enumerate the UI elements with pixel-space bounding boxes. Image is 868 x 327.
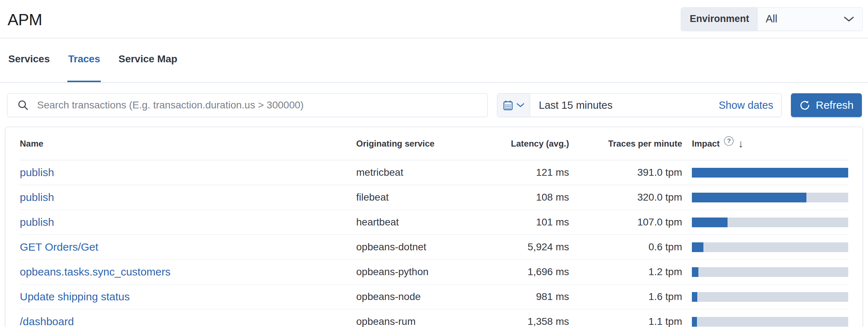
time-range-picker: Last 15 minutes Show dates — [497, 93, 782, 117]
latency-cell: 981 ms — [461, 291, 569, 303]
column-header-impact[interactable]: Impact ? ↓ — [682, 138, 848, 149]
impact-bar-fill — [692, 267, 698, 277]
tpm-cell: 320.0 tpm — [569, 192, 682, 203]
transaction-link[interactable]: opbeans.tasks.sync_customers — [20, 266, 171, 278]
table-row: publish filebeat 108 ms 320.0 tpm — [20, 185, 848, 210]
impact-cell — [682, 168, 848, 178]
chevron-down-icon — [844, 16, 854, 22]
originating-service-cell: filebeat — [356, 192, 461, 203]
sort-desc-icon: ↓ — [738, 138, 743, 149]
latency-cell: 5,924 ms — [461, 241, 569, 253]
impact-bar-track — [692, 242, 848, 252]
originating-service-cell: opbeans-rum — [356, 316, 461, 327]
transaction-link[interactable]: GET Orders/Get — [20, 241, 98, 253]
tpm-cell: 1.2 tpm — [569, 266, 682, 278]
quick-select-button[interactable] — [497, 94, 530, 117]
column-header-traces-per-minute: Traces per minute — [569, 139, 682, 149]
search-icon — [17, 99, 29, 111]
page-header: APM Environment All — [0, 0, 868, 39]
tab-services[interactable]: Services — [8, 51, 50, 82]
impact-bar-fill — [692, 317, 697, 327]
tab-service-map[interactable]: Service Map — [118, 51, 178, 82]
originating-service-cell: heartbeat — [356, 216, 461, 228]
impact-bar-fill — [692, 292, 697, 302]
table-row: opbeans.tasks.sync_customers opbeans-pyt… — [20, 260, 848, 285]
table-row: /dashboard opbeans-rum 1,358 ms 1.1 tpm — [20, 309, 848, 327]
tpm-cell: 0.6 tpm — [569, 241, 682, 253]
impact-cell — [682, 218, 848, 227]
refresh-icon — [799, 100, 810, 111]
table-row: GET Orders/Get opbeans-dotnet 5,924 ms 0… — [20, 235, 848, 260]
controls-row: Last 15 minutes Show dates Refresh — [7, 93, 862, 117]
impact-bar-track — [692, 218, 848, 227]
impact-bar-track — [692, 317, 848, 327]
tpm-cell: 1.6 tpm — [569, 291, 682, 303]
tpm-cell: 1.1 tpm — [569, 316, 682, 327]
table-row: publish metricbeat 121 ms 391.0 tpm — [20, 160, 848, 185]
latency-cell: 121 ms — [461, 167, 569, 178]
impact-header-label: Impact — [692, 139, 720, 149]
table-header: Name Originating service Latency (avg.) … — [20, 127, 848, 160]
impact-cell — [682, 292, 848, 302]
latency-cell: 101 ms — [461, 216, 569, 228]
impact-bar-fill — [692, 242, 703, 252]
refresh-button[interactable]: Refresh — [791, 93, 862, 117]
transaction-link[interactable]: Update shipping status — [20, 291, 130, 303]
impact-bar-fill — [692, 193, 806, 202]
originating-service-cell: opbeans-python — [356, 266, 461, 278]
environment-select-label: Environment — [681, 8, 758, 31]
transaction-link[interactable]: publish — [20, 191, 54, 203]
transaction-link[interactable]: publish — [20, 216, 54, 228]
impact-bar-fill — [692, 218, 728, 227]
traces-panel: Name Originating service Latency (avg.) … — [5, 127, 863, 327]
transaction-link[interactable]: publish — [20, 166, 54, 178]
latency-cell: 1,358 ms — [461, 316, 569, 327]
impact-cell — [682, 193, 848, 202]
refresh-button-label: Refresh — [816, 99, 854, 111]
impact-cell — [682, 242, 848, 252]
tpm-cell: 107.0 tpm — [569, 216, 682, 228]
latency-cell: 1,696 ms — [461, 266, 569, 278]
impact-cell — [682, 317, 848, 327]
transaction-link[interactable]: /dashboard — [20, 315, 74, 327]
originating-service-cell: metricbeat — [356, 167, 461, 178]
impact-bar-track — [692, 168, 848, 178]
page-title: APM — [8, 9, 42, 29]
originating-service-cell: opbeans-dotnet — [356, 241, 461, 253]
column-header-name: Name — [20, 139, 356, 149]
tab-traces[interactable]: Traces — [67, 51, 101, 82]
environment-select[interactable]: Environment All — [681, 7, 863, 31]
column-header-originating-service: Originating service — [356, 139, 461, 149]
latency-cell: 108 ms — [461, 192, 569, 203]
originating-service-cell: opbeans-node — [356, 291, 461, 303]
table-row: Update shipping status opbeans-node 981 … — [20, 285, 848, 309]
impact-bar-track — [692, 193, 848, 202]
impact-help-icon[interactable]: ? — [724, 136, 734, 146]
impact-cell — [682, 267, 848, 277]
time-range-value[interactable]: Last 15 minutes — [530, 94, 711, 117]
calendar-icon — [503, 100, 513, 111]
column-header-latency: Latency (avg.) — [461, 139, 569, 149]
search-input[interactable] — [7, 93, 488, 117]
impact-bar-track — [692, 292, 848, 302]
show-dates-link[interactable]: Show dates — [711, 94, 781, 117]
impact-bar-track — [692, 267, 848, 277]
table-row: publish heartbeat 101 ms 107.0 tpm — [20, 210, 848, 235]
environment-select-value: All — [766, 13, 777, 25]
chevron-down-icon — [516, 103, 524, 108]
apm-tabs: Services Traces Service Map — [0, 39, 868, 83]
tpm-cell: 391.0 tpm — [569, 167, 682, 178]
table-body: publish metricbeat 121 ms 391.0 tpm publ… — [20, 160, 848, 327]
impact-bar-fill — [692, 168, 848, 178]
